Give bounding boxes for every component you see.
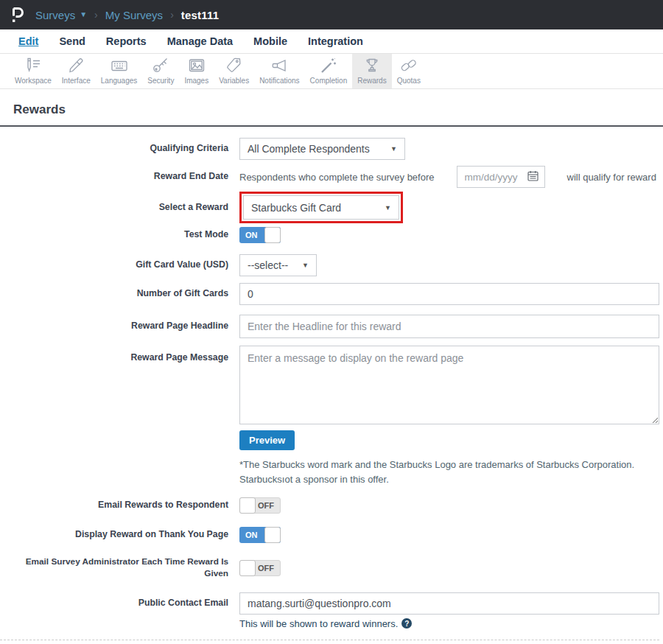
security-icon [151, 56, 170, 75]
toolbar-item-quotas[interactable]: Quotas [392, 54, 426, 88]
toolbar-item-interface[interactable]: Interface [57, 54, 96, 88]
toolbar-item-security[interactable]: Security [142, 54, 179, 88]
images-icon [187, 56, 206, 75]
email-rewards-toggle[interactable]: OFF [239, 497, 281, 514]
tab-mobile[interactable]: Mobile [243, 35, 298, 47]
main-tab-bar: Edit Send Reports Manage Data Mobile Int… [0, 29, 663, 54]
breadcrumb-separator-icon: › [94, 9, 98, 21]
toolbar-item-rewards[interactable]: Rewards [352, 54, 391, 88]
help-icon[interactable]: ? [401, 618, 412, 629]
reward-page-headline-label: Reward Page Headline [0, 321, 228, 332]
email-rewards-label: Email Rewards to Respondent [0, 500, 228, 511]
number-of-gift-cards-label: Number of Gift Cards [0, 288, 228, 300]
select-caret-icon: ▼ [385, 204, 391, 211]
tab-edit[interactable]: Edit [8, 35, 49, 47]
reward-page-message-textarea[interactable] [239, 346, 659, 424]
tab-reports[interactable]: Reports [96, 35, 157, 47]
reward-end-date-suffix: will qualify for reward [567, 172, 656, 183]
email-admin-label: Email Survey Administrator Each Time Rew… [0, 556, 228, 579]
toggle-knob [239, 497, 256, 514]
reward-select[interactable]: Starbucks Gift Card ▼ [243, 195, 399, 220]
reward-end-date-field[interactable] [457, 166, 545, 188]
completion-icon [319, 56, 338, 75]
tab-send[interactable]: Send [49, 35, 95, 47]
toolbar-item-variables[interactable]: Variables [214, 54, 254, 88]
test-mode-toggle[interactable]: ON [239, 227, 281, 243]
select-caret-icon: ▼ [390, 145, 397, 153]
qualifying-criteria-select[interactable]: All Complete Respondents ▼ [239, 138, 405, 160]
display-reward-label: Display Reward on Thank You Page [0, 529, 228, 541]
breadcrumb-surveys[interactable]: Surveys ▼ [35, 9, 87, 21]
reward-page-headline-input[interactable] [239, 315, 659, 338]
toolbar-item-completion[interactable]: Completion [305, 54, 353, 88]
notifications-icon [270, 56, 289, 75]
gift-card-value-select[interactable]: --select-- ▼ [239, 254, 317, 276]
breadcrumb-separator-icon: › [170, 9, 174, 21]
rewards-form: Qualifying Criteria All Complete Respond… [0, 127, 663, 644]
variables-icon [225, 56, 244, 75]
select-reward-label: Select a Reward [0, 202, 228, 214]
toolbar-item-images[interactable]: Images [179, 54, 214, 88]
toggle-knob [264, 227, 281, 243]
languages-icon [110, 56, 129, 75]
questionpro-logo-icon[interactable] [9, 5, 25, 24]
edit-toolbar: Workspace Interface Languages Security [0, 54, 663, 89]
test-mode-label: Test Mode [0, 229, 228, 241]
interface-icon [66, 56, 85, 75]
qualifying-criteria-label: Qualifying Criteria [0, 143, 228, 155]
public-contact-email-input[interactable] [239, 592, 659, 615]
quotas-chain-icon [399, 56, 418, 75]
chevron-down-icon: ▼ [80, 11, 87, 18]
reward-end-date-prefix: Respondents who complete the survey befo… [239, 172, 435, 183]
page-title: Rewards [13, 102, 663, 117]
rewards-trophy-icon [362, 56, 382, 75]
reward-page-message-label: Reward Page Message [0, 346, 228, 364]
public-contact-email-label: Public Contact Email [0, 598, 228, 609]
number-of-gift-cards-input[interactable] [239, 283, 659, 305]
tab-integration[interactable]: Integration [298, 35, 373, 47]
toolbar-item-languages[interactable]: Languages [96, 54, 143, 88]
preview-button[interactable]: Preview [239, 430, 295, 450]
app-header: Surveys ▼ › My Surveys › test111 [0, 0, 663, 29]
toolbar-item-workspace[interactable]: Workspace [10, 54, 57, 88]
reward-select-highlight: Starbucks Gift Card ▼ [239, 192, 403, 223]
reward-end-date-input[interactable] [463, 171, 523, 183]
public-contact-email-helper: This will be shown to reward winners. ? [239, 618, 659, 629]
save-divider [0, 640, 659, 640]
display-reward-toggle[interactable]: ON [239, 527, 281, 543]
reward-end-date-label: Reward End Date [0, 171, 228, 183]
breadcrumb-my-surveys[interactable]: My Surveys [105, 9, 163, 21]
starbucks-trademark-note: *The Starbucks word mark and the Starbuc… [239, 458, 656, 487]
breadcrumb-survey-name: test111 [181, 9, 219, 21]
tab-manage-data[interactable]: Manage Data [157, 35, 243, 47]
calendar-icon[interactable] [527, 170, 539, 184]
toolbar-item-notifications[interactable]: Notifications [254, 54, 304, 88]
toggle-knob [264, 527, 281, 543]
gift-card-value-label: Gift Card Value (USD) [0, 259, 228, 271]
email-admin-toggle[interactable]: OFF [239, 560, 281, 576]
select-caret-icon: ▼ [302, 262, 309, 269]
workspace-icon [24, 56, 43, 75]
toggle-knob [239, 560, 256, 576]
